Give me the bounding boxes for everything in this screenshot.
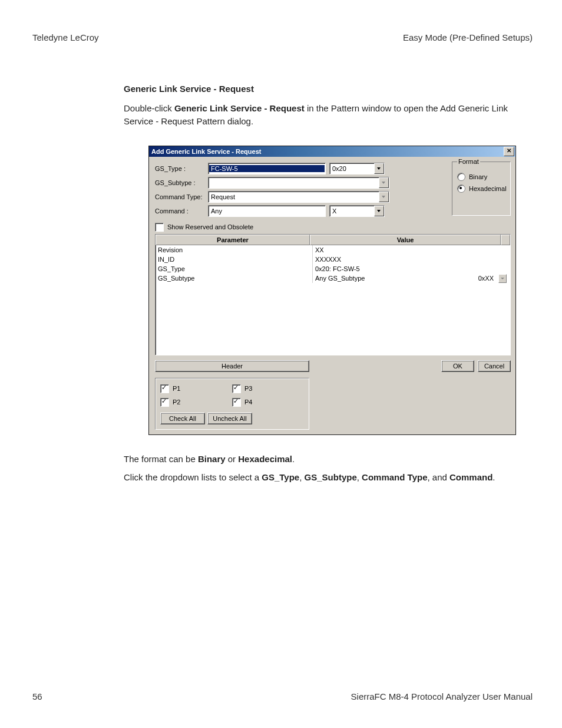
label-command-type: Command Type: [155,193,208,200]
port-groupbox: P1 P3 P2 P4 Check All Uncheck All [155,378,309,430]
gs-type-hex-dropdown[interactable]: 0x20 [329,163,385,174]
page-footer: 56 SierraFC M8-4 Protocol Analyzer User … [32,691,533,701]
table-row[interactable]: GS_Subtype Any GS_Subtype 0xXX [156,274,510,283]
uncheck-all-button[interactable]: Uncheck All [207,413,252,424]
section-title: Generic Link Service - Request [124,84,533,94]
dialog-titlebar: Add Generic Link Service - Request ✕ [149,146,515,157]
table-row[interactable]: GS_Type 0x20: FC-SW-5 [156,264,510,274]
format-groupbox: Format Binary Hexadecimal [452,162,511,216]
radio-hexadecimal-label: Hexadecimal [469,185,507,192]
radio-binary-label: Binary [469,173,487,180]
show-reserved-label: Show Reserved and Obsolete [167,223,253,230]
header-right: Easy Mode (Pre-Defined Setups) [403,32,533,42]
label-gs-type: GS_Type : [155,165,208,172]
p1-checkbox[interactable] [160,384,169,393]
command-dropdown[interactable]: Any [208,205,326,217]
command-type-value: Request [209,193,379,200]
scroll-header [501,235,510,245]
p2-label: P2 [173,398,180,406]
intro-paragraph: Double-click Generic Link Service - Requ… [124,102,509,128]
close-button[interactable]: ✕ [504,147,514,156]
format-paragraph: The format can be Binary or Hexadecimal. [124,453,509,466]
col-value[interactable]: Value [310,235,501,245]
radio-hexadecimal[interactable] [457,185,465,193]
check-all-button[interactable]: Check All [160,413,205,424]
gs-subtype-dropdown[interactable] [208,177,389,189]
p4-label: P4 [244,398,252,406]
command-type-dropdown[interactable]: Request [208,191,389,203]
page-number: 56 [32,691,42,701]
show-reserved-checkbox[interactable] [155,223,164,232]
manual-title: SierraFC M8-4 Protocol Analyzer User Man… [351,691,533,701]
table-row[interactable]: IN_ID XXXXXX [156,255,510,264]
gs-type-value: FC-SW-5 [209,165,325,172]
chevron-down-icon [379,177,389,188]
col-parameter[interactable]: Parameter [156,235,310,245]
header-button[interactable]: Header [155,360,309,372]
page-header: Teledyne LeCroy Easy Mode (Pre-Defined S… [32,32,533,42]
chevron-down-icon[interactable] [498,274,507,283]
gs-type-dropdown[interactable]: FC-SW-5 [208,163,326,174]
chevron-down-icon [379,192,389,202]
cancel-button[interactable]: Cancel [478,360,511,372]
parameter-table: Parameter Value Revision XX IN_ID XXXXXX… [155,234,511,355]
label-gs-subtype: GS_Subtype : [155,179,208,186]
radio-binary[interactable] [457,173,465,181]
ok-button[interactable]: OK [441,360,474,372]
command-hex-dropdown[interactable]: X [329,205,385,217]
dialog-title: Add Generic Link Service - Request [151,148,261,155]
format-legend: Format [457,158,480,165]
label-command: Command : [155,207,208,215]
table-row[interactable]: Revision XX [156,245,510,255]
p4-checkbox[interactable] [232,398,241,407]
chevron-down-icon [374,163,384,174]
dropdown-paragraph: Click the dropdown lists to select a GS_… [124,471,509,484]
p1-label: P1 [173,385,180,392]
gs-type-hex-value: 0x20 [330,165,374,172]
add-gls-request-dialog: Add Generic Link Service - Request ✕ For… [148,146,516,435]
command-hex-value: X [330,207,374,215]
p3-checkbox[interactable] [232,384,241,393]
chevron-down-icon [374,206,384,216]
header-left: Teledyne LeCroy [32,32,99,42]
command-value: Any [209,207,325,215]
p3-label: P3 [244,385,252,392]
p2-checkbox[interactable] [160,398,169,407]
